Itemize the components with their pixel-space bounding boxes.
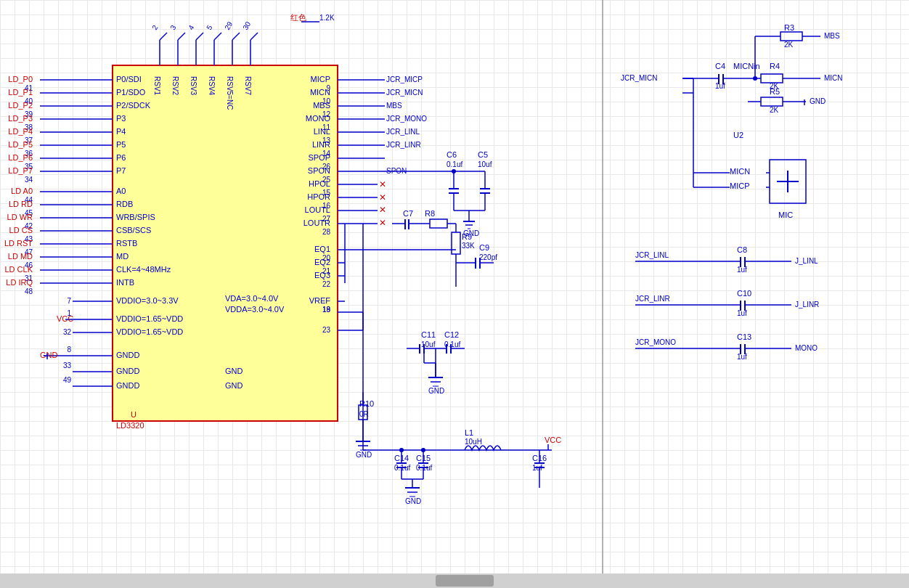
svg-text:EQ2: EQ2: [314, 258, 330, 266]
svg-text:P7: P7: [116, 166, 126, 175]
svg-text:JCR_MICN: JCR_MICN: [621, 74, 658, 82]
svg-text:INTB: INTB: [116, 278, 134, 287]
svg-line-11: [196, 33, 203, 40]
svg-text:红色: 红色: [290, 13, 306, 22]
svg-text:EQ3: EQ3: [314, 271, 330, 279]
svg-line-8: [178, 33, 185, 40]
svg-text:LD_P6: LD_P6: [8, 153, 33, 162]
svg-text:C5: C5: [478, 150, 488, 159]
svg-text:J_LINL: J_LINL: [795, 257, 818, 265]
svg-text:JCR_MICN: JCR_MICN: [386, 89, 423, 97]
svg-text:P1/SDO: P1/SDO: [116, 88, 146, 97]
svg-text:P3: P3: [116, 114, 126, 123]
svg-text:P4: P4: [116, 127, 126, 136]
svg-text:LD_P3: LD_P3: [8, 114, 33, 123]
svg-text:RSV5=NC: RSV5=NC: [226, 76, 234, 110]
svg-text:RDB: RDB: [116, 200, 133, 208]
svg-text:GND: GND: [405, 497, 421, 505]
svg-text:LOUTR: LOUTR: [303, 219, 330, 227]
svg-text:EQ1: EQ1: [314, 245, 330, 253]
svg-text:7: 7: [67, 297, 71, 305]
svg-text:LD RST: LD RST: [4, 239, 33, 248]
svg-text:10uH: 10uH: [465, 438, 482, 446]
svg-text:CLK=4~48MHz: CLK=4~48MHz: [116, 265, 171, 274]
svg-rect-315: [761, 97, 783, 106]
svg-text:WRB/SPIS: WRB/SPIS: [116, 213, 155, 221]
svg-text:LD CS: LD CS: [9, 226, 33, 234]
svg-text:GND: GND: [356, 451, 372, 459]
svg-text:LD_P5: LD_P5: [8, 140, 33, 149]
svg-text:C8: C8: [737, 245, 747, 254]
svg-text:LINR: LINR: [312, 140, 330, 149]
svg-rect-296: [780, 32, 802, 41]
svg-text:U: U: [131, 410, 136, 419]
svg-text:VDDIO=1.65~VDD: VDDIO=1.65~VDD: [116, 314, 183, 323]
svg-text:19: 19: [322, 306, 331, 314]
svg-text:GND: GND: [225, 367, 243, 375]
svg-text:2: 2: [150, 23, 160, 31]
svg-text:SPON: SPON: [386, 167, 407, 175]
svg-text:U2: U2: [733, 131, 743, 139]
svg-text:2K: 2K: [784, 41, 794, 49]
svg-text:SPON: SPON: [308, 166, 330, 175]
svg-text:R3: R3: [784, 23, 794, 32]
svg-text:P2/SDCK: P2/SDCK: [116, 101, 151, 110]
svg-text:RSTB: RSTB: [116, 239, 137, 248]
svg-text:✕: ✕: [379, 179, 386, 189]
svg-text:R5: R5: [770, 87, 780, 96]
svg-text:30: 30: [241, 20, 252, 31]
svg-text:A0: A0: [116, 187, 126, 195]
svg-text:✕: ✕: [379, 205, 386, 215]
svg-text:10uf: 10uf: [421, 340, 436, 348]
svg-text:MBS: MBS: [313, 101, 330, 110]
svg-text:GND: GND: [225, 381, 243, 390]
svg-text:C9: C9: [479, 243, 489, 252]
horizontal-scrollbar[interactable]: [0, 573, 909, 588]
svg-text:C7: C7: [403, 209, 413, 218]
scrollbar-thumb[interactable]: [436, 575, 494, 587]
svg-point-292: [421, 448, 425, 452]
svg-text:R10: R10: [359, 399, 374, 408]
svg-text:R8: R8: [425, 209, 435, 218]
svg-text:LD A0: LD A0: [11, 187, 33, 195]
svg-text:C13: C13: [737, 332, 751, 341]
svg-text:MBS: MBS: [824, 32, 840, 40]
svg-text:LD IRQ: LD IRQ: [6, 278, 33, 287]
svg-text:P0/SDI: P0/SDI: [116, 75, 142, 83]
svg-line-17: [232, 33, 240, 40]
svg-text:RSV2: RSV2: [171, 76, 179, 96]
svg-text:RSV3: RSV3: [189, 76, 197, 96]
svg-text:C4: C4: [715, 62, 725, 70]
svg-text:MD: MD: [116, 252, 129, 261]
svg-text:220pf: 220pf: [479, 253, 497, 261]
svg-text:1uf: 1uf: [715, 82, 725, 90]
svg-text:0.1uf: 0.1uf: [447, 160, 462, 168]
svg-text:R9: R9: [462, 232, 472, 241]
svg-text:3: 3: [168, 23, 178, 31]
svg-text:VCC: VCC: [545, 436, 561, 444]
svg-text:JCR_LINL: JCR_LINL: [635, 251, 669, 259]
svg-text:4: 4: [187, 23, 196, 31]
svg-text:JCR_LINR: JCR_LINR: [386, 141, 421, 149]
svg-text:34: 34: [25, 176, 33, 184]
svg-text:RSV4: RSV4: [208, 76, 216, 96]
svg-text:GNDD: GNDD: [116, 351, 139, 359]
svg-text:MONO: MONO: [306, 114, 331, 123]
svg-text:R4: R4: [770, 62, 780, 70]
svg-text:1uf: 1uf: [737, 309, 747, 317]
svg-text:2K: 2K: [770, 106, 779, 114]
svg-text:MICP: MICP: [730, 181, 750, 190]
svg-text:1: 1: [67, 309, 71, 317]
svg-text:MICN: MICN: [310, 88, 330, 97]
svg-text:MICNin: MICNin: [733, 62, 760, 70]
svg-text:JCR_LINR: JCR_LINR: [635, 295, 670, 303]
svg-text:28: 28: [322, 228, 331, 236]
svg-text:LD_P7: LD_P7: [8, 166, 33, 175]
svg-text:LOUTL: LOUTL: [305, 205, 330, 214]
svg-text:RSV1: RSV1: [153, 76, 161, 96]
svg-text:JCR_MICP: JCR_MICP: [386, 75, 423, 83]
svg-point-291: [399, 448, 404, 452]
svg-rect-213: [452, 232, 460, 254]
svg-text:GND: GND: [428, 387, 444, 395]
svg-text:VREF: VREF: [309, 296, 331, 305]
